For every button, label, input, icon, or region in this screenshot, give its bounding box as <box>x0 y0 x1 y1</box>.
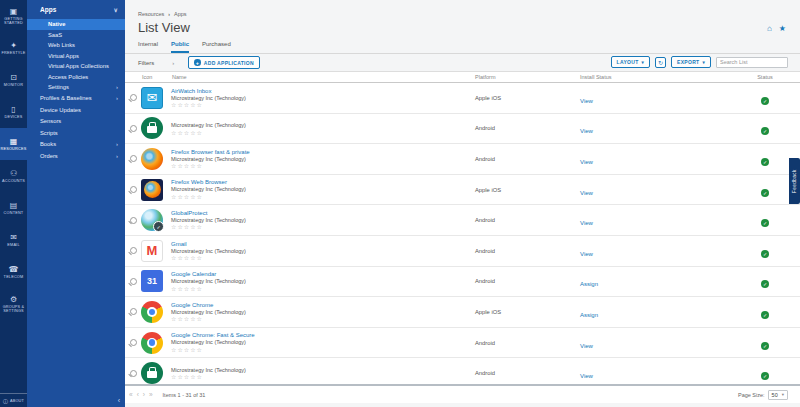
google-calendar-icon <box>141 270 163 292</box>
rail-item-label: ACCOUNTS <box>2 179 25 183</box>
page-title: List View <box>125 17 800 35</box>
sidebar-item-virtual-apps-collections[interactable]: Virtual Apps Collections <box>27 61 125 72</box>
install-status-link[interactable]: View <box>580 251 593 257</box>
magnifier-icon[interactable] <box>130 155 137 162</box>
chevron-down-icon: ▾ <box>782 392 784 397</box>
tab-public[interactable]: Public <box>171 41 189 53</box>
add-application-button[interactable]: + ADD APPLICATION <box>188 56 260 69</box>
last-page-icon[interactable]: » <box>149 391 153 398</box>
store-briefcase-icon <box>141 117 163 139</box>
filters-button[interactable]: Filters › <box>138 60 174 66</box>
firefox-icon <box>141 148 163 170</box>
rail-item-accounts[interactable]: ⚇ ACCOUNTS <box>0 160 27 192</box>
install-status-link[interactable]: View <box>580 128 593 134</box>
home-icon[interactable]: ⌂ <box>767 24 772 33</box>
app-name-link[interactable]: Google Calendar <box>171 271 475 277</box>
install-status-link[interactable]: View <box>580 98 593 104</box>
items-count: Items 1 - 31 of 31 <box>163 392 206 398</box>
install-status-link[interactable]: View <box>580 220 593 226</box>
rail-item-freestyle[interactable]: ✦ FREESTYLE <box>0 32 27 64</box>
next-page-icon[interactable]: › <box>143 391 145 398</box>
magnifier-icon[interactable] <box>130 308 137 315</box>
install-status-link[interactable]: Assign <box>580 312 598 318</box>
table-row: Firefox Web Browser Microstrategy Inc (T… <box>125 175 800 206</box>
page-size-select[interactable]: 50 ▾ <box>768 390 788 400</box>
magnifier-icon[interactable] <box>130 94 137 101</box>
magnifier-icon[interactable] <box>130 125 137 132</box>
breadcrumb-apps[interactable]: Apps <box>174 11 187 17</box>
app-name-link[interactable]: AirWatch Inbox <box>171 88 475 94</box>
app-name-link[interactable]: Gmail <box>171 241 475 247</box>
rail-item-resources[interactable]: ▦ RESOURCES <box>0 128 27 160</box>
sidebar-collapse-icon[interactable]: ‹ <box>118 397 120 404</box>
star-rating: ☆☆☆☆☆ <box>171 346 475 353</box>
magnifier-icon[interactable] <box>130 339 137 346</box>
install-status-link[interactable]: View <box>580 190 593 196</box>
export-button[interactable]: EXPORT ▾ <box>671 56 711 68</box>
app-name-link[interactable]: Firefox Web Browser <box>171 179 475 185</box>
sidebar-item-books[interactable]: Books › <box>27 139 125 151</box>
favorite-star-icon[interactable]: ★ <box>779 24 786 33</box>
install-status-link[interactable]: View <box>580 343 593 349</box>
install-status-link[interactable]: View <box>580 159 593 165</box>
sidebar-item-saas[interactable]: SaaS <box>27 30 125 41</box>
rail-item-content[interactable]: ▤ CONTENT <box>0 192 27 224</box>
layout-button[interactable]: LAYOUT ▾ <box>611 56 650 68</box>
rail-item-groups-settings[interactable]: ⚙ GROUPS & SETTINGS <box>0 288 27 320</box>
rail-item-monitor[interactable]: ⊡ MONITOR <box>0 64 27 96</box>
app-name-link[interactable]: Google Chrome <box>171 302 475 308</box>
magnifier-icon[interactable] <box>130 370 137 377</box>
rail-item-telecom[interactable]: ☎ TELECOM <box>0 256 27 288</box>
magnifier-icon[interactable] <box>130 247 137 254</box>
app-name-link[interactable]: GlobalProtect <box>171 210 475 216</box>
prev-page-icon[interactable]: ‹ <box>137 391 139 398</box>
rail-item-label: EMAIL <box>7 243 19 247</box>
app-name-link[interactable]: Google Chrome: Fast & Secure <box>171 332 475 338</box>
toolbar: Filters › + ADD APPLICATION LAYOUT ▾ ↻ E… <box>125 54 800 71</box>
feedback-tab[interactable]: Feedback <box>789 158 800 204</box>
magnifier-icon[interactable] <box>130 217 137 224</box>
tab-internal[interactable]: Internal <box>138 41 158 53</box>
rail-item-devices[interactable]: ▯ DEVICES <box>0 96 27 128</box>
about-button[interactable]: ⓘ ABOUT <box>0 393 27 407</box>
sidebar-item-label: Device Updates <box>40 107 81 113</box>
status-ok-icon: ✓ <box>761 372 769 380</box>
rail-item-email[interactable]: ✉ EMAIL <box>0 224 27 256</box>
sidebar-section-apps[interactable]: Apps ∨ <box>27 0 125 19</box>
sidebar-item-device-updates[interactable]: Device Updates <box>27 104 125 116</box>
sidebar-item-native[interactable]: Native <box>27 19 125 30</box>
sidebar-item-virtual-apps[interactable]: Virtual Apps <box>27 51 125 62</box>
sidebar-item-profiles-baselines[interactable]: Profiles & Baselines › <box>27 93 125 105</box>
magnifier-icon[interactable] <box>130 278 137 285</box>
sidebar-item-web-links[interactable]: Web Links <box>27 40 125 51</box>
install-status-link[interactable]: Assign <box>580 281 598 287</box>
table-row: Firefox Browser fast & private Microstra… <box>125 144 800 175</box>
table-row: Microstrategy Inc (Technology) ☆☆☆☆☆ And… <box>125 114 800 145</box>
breadcrumb-separator-icon: › <box>168 11 170 17</box>
star-rating: ☆☆☆☆☆ <box>171 101 475 108</box>
sidebar-item-settings[interactable]: Settings › <box>27 82 125 93</box>
plus-icon: + <box>194 59 201 66</box>
sidebar-item-label: Web Links <box>48 42 75 48</box>
status-ok-icon: ✓ <box>761 219 769 227</box>
sidebar-item-label: Apps <box>40 6 56 13</box>
star-rating: ☆☆☆☆☆ <box>171 285 475 292</box>
app-name-link[interactable]: Firefox Browser fast & private <box>171 149 475 155</box>
tab-purchased[interactable]: Purchased <box>202 41 231 53</box>
sidebar-item-sensors[interactable]: Sensors <box>27 116 125 128</box>
rail-item-getting-started[interactable]: ▣ GETTING STARTED <box>0 0 27 32</box>
about-label: ABOUT <box>10 399 24 403</box>
sidebar-item-orders[interactable]: Orders › <box>27 150 125 162</box>
rail-item-label: DEVICES <box>4 115 22 119</box>
magnifier-icon[interactable] <box>130 186 137 193</box>
first-page-icon[interactable]: « <box>129 391 133 398</box>
breadcrumb-resources[interactable]: Resources <box>138 11 164 17</box>
chrome-icon <box>141 332 163 354</box>
sidebar-item-access-policies[interactable]: Access Policies <box>27 72 125 83</box>
sidebar-item-scripts[interactable]: Scripts <box>27 127 125 139</box>
chevron-right-icon: › <box>116 84 118 90</box>
install-status-link[interactable]: View <box>580 373 593 379</box>
refresh-button[interactable]: ↻ <box>655 57 666 68</box>
table-row: AirWatch Inbox Microstrategy Inc (Techno… <box>125 83 800 114</box>
search-input[interactable] <box>716 57 788 68</box>
